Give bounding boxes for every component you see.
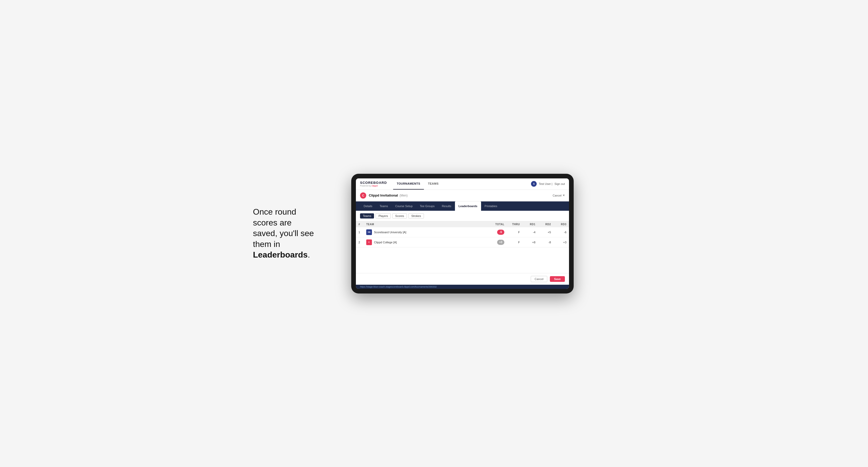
tournament-header: C Clippd Invitational (Men) Cancel ✕ [356, 190, 569, 201]
row-thru-1: F [507, 237, 523, 247]
left-description: Once round scores are saved, you'll see … [253, 207, 336, 260]
table-row: 1 SB Scoreboard University [A] -5 F -4 +… [356, 227, 569, 238]
tournament-title: Clippd Invitational [369, 193, 398, 197]
row-rd1-0: -4 [523, 227, 538, 238]
leaderboard-table-wrapper: # TEAM TOTAL THRU RD1 RD2 RD3 1 SB [356, 221, 569, 273]
tournament-icon: C [360, 192, 366, 198]
row-team-0: SB Scoreboard University [A] [364, 227, 486, 238]
tab-teams[interactable]: Teams [376, 201, 392, 211]
team-cell-0: SB Scoreboard University [A] [366, 229, 484, 235]
tab-printables[interactable]: Printables [481, 201, 501, 211]
left-text-line1: Once round [253, 207, 296, 216]
table-body: 1 SB Scoreboard University [A] -5 F -4 +… [356, 227, 569, 247]
team-name-0: Scoreboard University [A] [374, 231, 406, 234]
close-icon: ✕ [562, 194, 565, 197]
logo-text: SCOREBOARD [360, 181, 387, 185]
tab-results[interactable]: Results [438, 201, 455, 211]
header-cancel-button[interactable]: Cancel ✕ [553, 194, 565, 197]
filter-bar: Teams Players Scores Strokes [356, 211, 569, 221]
left-text-emphasis: Leaderboards [253, 250, 308, 259]
left-text-period: . [308, 250, 310, 259]
top-nav: SCOREBOARD Powered by clippd TOURNAMENTS… [356, 179, 569, 190]
left-text-line2: scores are [253, 218, 291, 227]
status-bar: https://stage-blue-coach.stagescoreboard… [356, 285, 569, 289]
col-thru: THRU [507, 221, 523, 227]
row-total-1: +3 [486, 237, 507, 247]
team-name-1: Clippd College [A] [374, 241, 397, 244]
left-text-line4: them in [253, 240, 280, 249]
user-avatar: S [531, 181, 537, 187]
page-wrapper: Once round scores are saved, you'll see … [253, 174, 615, 293]
filter-strokes[interactable]: Strokes [408, 213, 424, 218]
tablet-device: SCOREBOARD Powered by clippd TOURNAMENTS… [351, 174, 574, 293]
tab-details[interactable]: Details [360, 201, 376, 211]
nav-tournaments[interactable]: TOURNAMENTS [393, 179, 424, 190]
leaderboard-table: # TEAM TOTAL THRU RD1 RD2 RD3 1 SB [356, 221, 569, 247]
tab-leaderboards[interactable]: Leaderboards [455, 201, 481, 211]
team-cell-1: C Clippd College [A] [366, 240, 484, 245]
nav-teams[interactable]: TEAMS [425, 179, 442, 190]
row-total-0: -5 [486, 227, 507, 238]
row-rd2-1: -8 [538, 237, 554, 247]
tab-tee-groups[interactable]: Tee Groups [416, 201, 438, 211]
row-rd1-1: +8 [523, 237, 538, 247]
logo-area: SCOREBOARD Powered by clippd [360, 181, 387, 187]
left-text-line3: saved, you'll see [253, 228, 314, 238]
footer-bar: Cancel Save [356, 273, 569, 285]
clippd-brand: clippd [371, 185, 378, 187]
tab-course-setup[interactable]: Course Setup [392, 201, 416, 211]
team-logo-0: SB [366, 229, 372, 235]
col-rd1: RD1 [523, 221, 538, 227]
row-rd3-0: -6 [554, 227, 569, 238]
footer-cancel-button[interactable]: Cancel [531, 276, 547, 282]
sub-nav: Details Teams Course Setup Tee Groups Re… [356, 201, 569, 211]
footer-save-button[interactable]: Save [550, 276, 565, 282]
user-name: Test User | [539, 182, 552, 185]
col-rd2: RD2 [538, 221, 554, 227]
row-rd3-1: +3 [554, 237, 569, 247]
top-nav-links: TOURNAMENTS TEAMS [393, 179, 531, 190]
table-header-row: # TEAM TOTAL THRU RD1 RD2 RD3 [356, 221, 569, 227]
team-logo-1: C [366, 240, 372, 245]
filter-players[interactable]: Players [376, 213, 391, 218]
row-rank-1: 2 [356, 237, 364, 247]
table-row: 2 C Clippd College [A] +3 F +8 -8 +3 [356, 237, 569, 247]
row-rank-0: 1 [356, 227, 364, 238]
score-badge-1: +3 [497, 240, 504, 245]
tablet-screen: SCOREBOARD Powered by clippd TOURNAMENTS… [356, 179, 569, 289]
col-rank: # [356, 221, 364, 227]
filter-teams[interactable]: Teams [360, 213, 374, 218]
top-nav-right: S Test User | Sign out [531, 181, 565, 187]
col-total: TOTAL [486, 221, 507, 227]
row-thru-0: F [507, 227, 523, 238]
filter-scores[interactable]: Scores [392, 213, 407, 218]
status-url: https://stage-blue-coach.stagescoreboard… [360, 285, 437, 288]
score-badge-0: -5 [497, 229, 504, 235]
header-cancel-label: Cancel [553, 194, 561, 197]
sign-out-link[interactable]: Sign out [555, 182, 565, 185]
logo-powered: Powered by clippd [360, 185, 387, 187]
col-rd3: RD3 [554, 221, 569, 227]
tournament-subtitle: (Men) [400, 194, 408, 197]
row-rd2-0: +5 [538, 227, 554, 238]
col-team: TEAM [364, 221, 486, 227]
row-team-1: C Clippd College [A] [364, 237, 486, 247]
